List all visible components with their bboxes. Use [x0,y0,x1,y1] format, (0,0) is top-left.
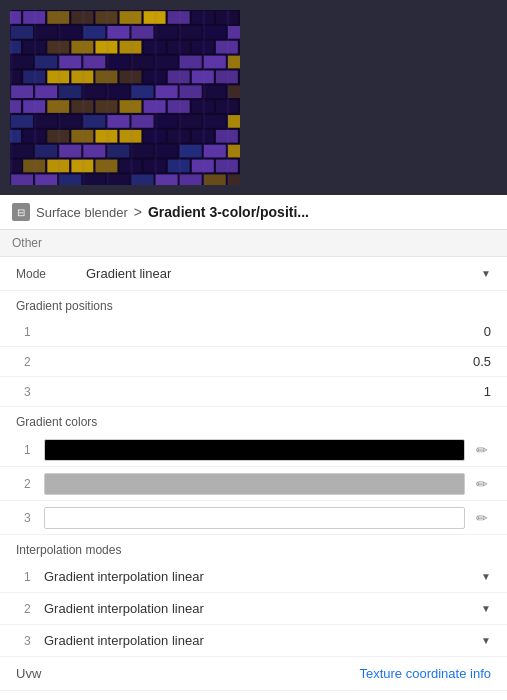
gradient-position-value-2: 0.5 [44,354,491,369]
interp-number-1: 1 [24,570,44,584]
breadcrumb: ⊟ Surface blender > Gradient 3-color/pos… [0,195,507,230]
uvw-row: Uvw Texture coordinate info [0,657,507,691]
interpolation-modes-label: Interpolation modes [0,535,507,561]
section-other: Other [0,230,507,257]
preview-area [0,0,250,195]
gradient-color-number-3: 3 [24,511,44,525]
interp-number-2: 2 [24,602,44,616]
distortion-row: Distortion 0 [0,691,507,700]
mode-row: Mode Gradient linear Gradient radial Gra… [0,257,507,291]
gradient-color-edit-2[interactable]: ✏ [473,476,491,492]
preview-canvas [10,10,240,185]
gradient-color-row-1: 1 ✏ [0,433,507,467]
interp-row-2: 2 Gradient interpolation linear Gradient… [0,593,507,625]
panel-container: ⊟ Surface blender > Gradient 3-color/pos… [0,195,507,700]
interp-select-1[interactable]: Gradient interpolation linear Gradient i… [44,569,491,584]
interp-dropdown-container-1: Gradient interpolation linear Gradient i… [44,569,491,584]
interp-dropdown-container-2: Gradient interpolation linear Gradient i… [44,601,491,616]
mode-dropdown-container: Gradient linear Gradient radial Gradient… [86,266,491,281]
surface-blender-icon: ⊟ [12,203,30,221]
section-other-label: Other [12,236,42,250]
uvw-label: Uvw [16,666,96,681]
interp-row-1: 1 Gradient interpolation linear Gradient… [0,561,507,593]
gradient-color-number-1: 1 [24,443,44,457]
gradient-positions-label: Gradient positions [0,291,507,317]
gradient-color-swatch-3[interactable] [44,507,465,529]
gradient-position-number-3: 3 [24,385,44,399]
interp-dropdown-container-3: Gradient interpolation linear Gradient i… [44,633,491,648]
gradient-color-row-2: 2 ✏ [0,467,507,501]
mode-label: Mode [16,267,86,281]
interp-select-2[interactable]: Gradient interpolation linear Gradient i… [44,601,491,616]
gradient-color-swatch-2[interactable] [44,473,465,495]
gradient-color-edit-1[interactable]: ✏ [473,442,491,458]
texture-coordinate-info-link[interactable]: Texture coordinate info [96,666,491,681]
gradient-colors-label: Gradient colors [0,407,507,433]
gradient-color-number-2: 2 [24,477,44,491]
gradient-color-edit-3[interactable]: ✏ [473,510,491,526]
interp-select-3[interactable]: Gradient interpolation linear Gradient i… [44,633,491,648]
gradient-position-row-2: 2 0.5 [0,347,507,377]
top-section [0,0,507,195]
breadcrumb-parent[interactable]: Surface blender [36,205,128,220]
gradient-position-row-3: 3 1 [0,377,507,407]
breadcrumb-separator: > [134,204,142,220]
gradient-position-value-3: 1 [44,384,491,399]
breadcrumb-current: Gradient 3-color/positi... [148,204,309,220]
gradient-position-value-1: 0 [44,324,491,339]
interp-number-3: 3 [24,634,44,648]
gradient-position-number-1: 1 [24,325,44,339]
gradient-color-swatch-1[interactable] [44,439,465,461]
gradient-position-row-1: 1 0 [0,317,507,347]
gradient-position-number-2: 2 [24,355,44,369]
interp-row-3: 3 Gradient interpolation linear Gradient… [0,625,507,657]
mode-select[interactable]: Gradient linear Gradient radial Gradient… [86,266,491,281]
gradient-color-row-3: 3 ✏ [0,501,507,535]
